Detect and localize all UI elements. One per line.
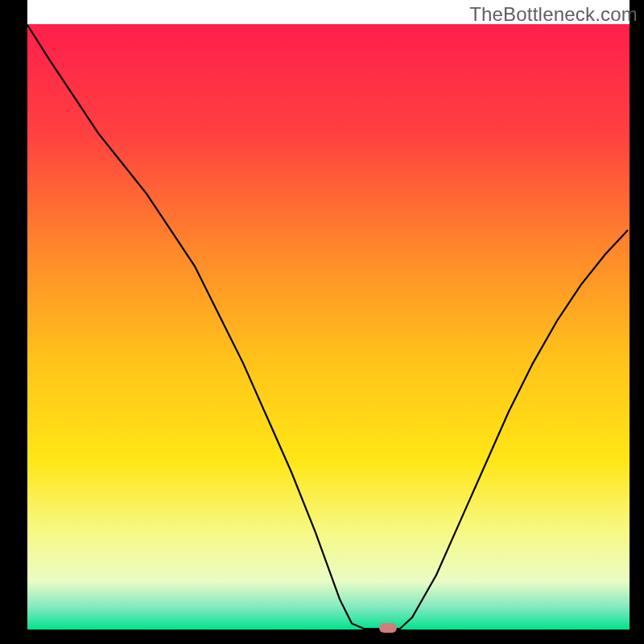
frame-bottom — [0, 630, 644, 644]
frame-left — [0, 0, 27, 644]
plot-svg — [0, 0, 644, 644]
frame-right — [630, 0, 644, 644]
plot-background — [26, 24, 630, 630]
chart-container: { "watermark": "TheBottleneck.com", "col… — [0, 0, 644, 644]
optimum-marker — [379, 623, 397, 633]
watermark-text: TheBottleneck.com — [469, 3, 638, 26]
